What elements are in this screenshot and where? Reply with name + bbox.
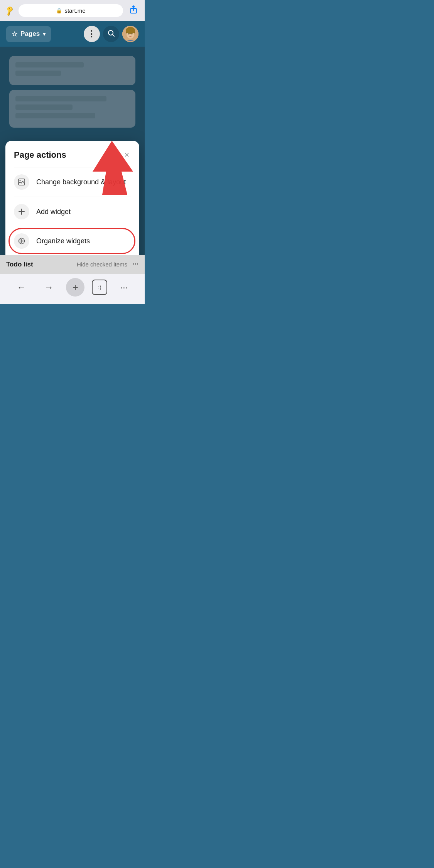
pages-label: Pages <box>20 30 40 38</box>
chevron-down-icon: ▾ <box>43 31 46 37</box>
tabs-icon: :) <box>98 284 101 290</box>
svg-point-9 <box>132 34 133 35</box>
url-text: start.me <box>64 7 85 14</box>
star-icon: ☆ <box>12 30 17 38</box>
browser-share-button[interactable] <box>128 4 139 17</box>
organize-widgets-wrapper: Organize widgets <box>5 226 139 255</box>
add-widget-icon <box>14 204 29 219</box>
modal-close-button[interactable]: × <box>123 149 131 161</box>
change-background-icon <box>14 174 29 190</box>
organize-widgets-button[interactable]: Organize widgets <box>5 226 139 255</box>
key-icon: 🔑 <box>4 5 15 16</box>
svg-point-12 <box>20 180 21 181</box>
add-widget-button[interactable]: Add widget <box>5 197 139 226</box>
svg-point-7 <box>126 27 135 34</box>
change-background-button[interactable]: Change background & layout <box>5 167 139 197</box>
todo-bar: Todo list Hide checked items ··· <box>0 255 145 274</box>
browser-bar: 🔑 🔒 start.me <box>0 0 145 21</box>
organize-widgets-icon <box>14 233 29 249</box>
todo-more-button[interactable]: ··· <box>133 260 138 268</box>
new-tab-button[interactable]: + <box>66 278 84 297</box>
three-dots-icon: ⋮ <box>87 30 96 38</box>
header-actions: ⋮ <box>84 26 138 42</box>
more-options-button[interactable]: ⋮ <box>84 26 100 42</box>
add-widget-label: Add widget <box>36 208 71 216</box>
organize-widgets-label: Organize widgets <box>36 237 90 245</box>
more-nav-button[interactable]: ··· <box>115 280 133 295</box>
search-button[interactable] <box>103 26 119 42</box>
svg-line-3 <box>113 34 115 36</box>
todo-actions: Hide checked items ··· <box>77 260 138 268</box>
main-content: Page actions × Change background & layou… <box>0 47 145 255</box>
modal-title: Page actions <box>14 150 66 160</box>
avatar[interactable] <box>122 26 138 42</box>
change-background-label: Change background & layout <box>36 178 126 186</box>
app-header: ☆ Pages ▾ ⋮ <box>0 21 145 47</box>
lock-icon: 🔒 <box>56 8 62 13</box>
modal-header: Page actions × <box>5 141 139 167</box>
url-bar[interactable]: 🔒 start.me <box>19 4 123 17</box>
back-button[interactable]: ← <box>11 280 31 295</box>
todo-title: Todo list <box>6 261 33 268</box>
pages-button[interactable]: ☆ Pages ▾ <box>6 26 51 42</box>
search-icon <box>107 29 115 39</box>
hide-checked-label[interactable]: Hide checked items <box>77 261 127 268</box>
bottom-nav: ← → + :) ··· <box>0 274 145 304</box>
page-actions-modal: Page actions × Change background & layou… <box>5 141 139 255</box>
forward-button[interactable]: → <box>39 280 59 295</box>
tabs-button[interactable]: :) <box>92 280 107 295</box>
svg-point-8 <box>128 34 130 35</box>
